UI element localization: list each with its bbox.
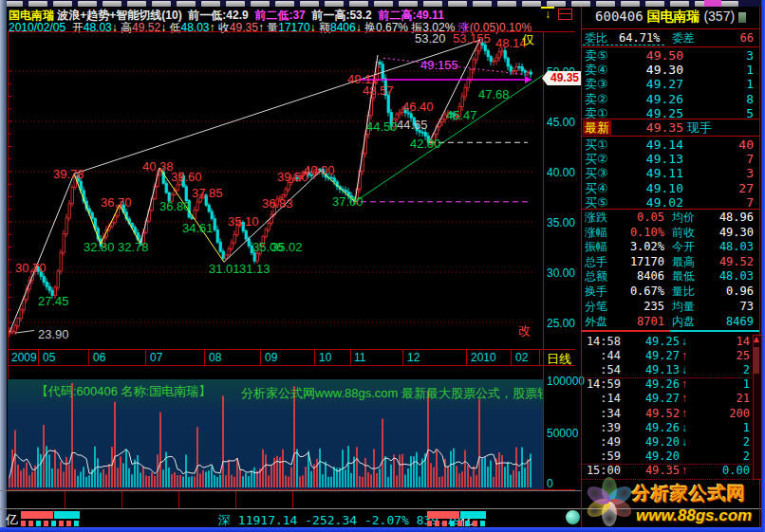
brand-logo-area[interactable]: 分析家公式网 www.88gs.com (581, 480, 759, 527)
month-label: 2009 (11, 351, 37, 364)
price-chart[interactable] (8, 31, 543, 349)
month-label: 11 (354, 351, 365, 364)
order-book-row[interactable]: 卖③49.271 (581, 77, 759, 91)
stat-value: 48.03 (704, 240, 754, 254)
tick-price: 49.52 (626, 407, 680, 421)
window-border-bottom (0, 527, 765, 532)
toolbar-button-cut (325, 1, 344, 7)
tick-time: :44 (583, 349, 621, 363)
market-breadth-right-mini-bar (450, 521, 455, 526)
month-separator (350, 349, 351, 365)
watermark-site: 分析家公式网www.88gs.com 最新最大股票公式，股票软件下 (241, 385, 543, 402)
market-breadth-right-mini-bar (442, 521, 447, 526)
order-level-label: 卖④ (585, 63, 608, 77)
stat-value: 235 (609, 300, 664, 314)
tick-price: 49.26 (626, 377, 680, 392)
wave-label: 53.20 (415, 31, 446, 46)
market-breadth-right-mini-bar (435, 521, 439, 526)
month-label: 09 (265, 351, 277, 364)
red-box-icon[interactable] (558, 9, 572, 20)
order-level-label: 卖⑤ (585, 48, 608, 63)
panel-header-icon[interactable] (738, 12, 746, 23)
tick-row: 14:5849.25↓14 (581, 335, 754, 349)
toolbar-button-cut (399, 1, 418, 7)
order-price: 49.11 (607, 166, 683, 180)
stat-row: 分笔235均量73 (581, 300, 759, 314)
toolbar-button-cut (621, 1, 640, 7)
toolbar-button-cut (251, 1, 270, 7)
down-arrow-icon[interactable]: ↓ (541, 7, 554, 22)
brand-url[interactable]: www.88gs.com (636, 506, 752, 525)
wave-label: 48.57 (363, 83, 394, 98)
order-book-row[interactable]: 卖④49.301 (581, 63, 759, 77)
market-breadth-left-mini-bar (51, 521, 56, 526)
latest-row: 最新 49.35 现手 (581, 120, 759, 135)
scrollbar[interactable] (753, 335, 762, 480)
volume-axis: 100000500000 (545, 375, 577, 488)
toolbar-accent-cut (704, 0, 721, 7)
tick-direction-icon: ↓ (681, 421, 687, 435)
tick-volume: 200 (693, 407, 750, 421)
toolbar-button-cut (4, 1, 23, 7)
month-separator (38, 349, 39, 365)
market-breadth-right-up-bar (427, 511, 459, 519)
stat-label: 总手 (585, 255, 607, 269)
tick-price: 49.27 (626, 349, 680, 363)
order-volume: 1 (683, 63, 754, 77)
scroll-up-icon[interactable] (754, 337, 759, 342)
stat-value: 49.52 (704, 255, 754, 269)
app-window: 国电南瑞 波浪+趋势+智能切线(10) 前一低:42.9 前二低:37 前一高:… (0, 0, 765, 532)
order-book-row[interactable]: 买④49.1027 (581, 181, 759, 195)
order-book-row[interactable]: 卖②49.268 (581, 92, 759, 106)
month-label: 06 (93, 351, 105, 364)
period-label[interactable]: 日线 (547, 351, 575, 368)
scroll-thumb[interactable] (754, 347, 759, 374)
month-separator (511, 349, 512, 365)
volume-chart[interactable]: 【代码:600406 名称:国电南瑞】 分析家公式网www.88gs.com 最… (8, 379, 543, 489)
tick-price: 49.25 (626, 335, 680, 349)
toolbar-button-cut (522, 1, 541, 7)
tick-row: :4949.20↓2 (581, 435, 754, 449)
stock-suffix: (357) (703, 9, 735, 24)
tick-direction-icon: ↓ (681, 335, 687, 349)
order-book-row[interactable]: 买⑤49.027 (581, 195, 759, 210)
tick-row: :3449.52↑200 (581, 407, 754, 421)
tick-direction-icon: ↑ (681, 349, 687, 363)
tick-price: 49.20 (626, 435, 680, 449)
order-level-label: 卖② (585, 92, 608, 106)
stat-value: 73 (704, 300, 754, 314)
order-level-label: 卖③ (585, 77, 608, 91)
wave-label: 27.45 (38, 294, 69, 308)
stat-value: 49.30 (704, 226, 754, 240)
wave-label: 31.01 (209, 262, 240, 276)
tick-row: :3949.26↓1 (581, 421, 754, 435)
order-book-row[interactable]: 买③49.113 (581, 166, 759, 180)
market-breadth-left-mini-bar (28, 521, 33, 526)
wave-label: 39.60 (171, 170, 202, 184)
tick-volume: 2 (693, 435, 750, 449)
tick-time: :39 (583, 421, 621, 435)
order-volume: 3 (683, 48, 754, 63)
month-separator (145, 349, 146, 365)
volume-indicator-row: VOL(6,6,6) 17170↓ MA1:17694.490↓ MA2:176… (9, 366, 541, 378)
toolbar-button-cut (28, 1, 47, 7)
waipan-neipan-row: 外盘 8701 内盘 8469 (581, 315, 759, 329)
order-volume: 27 (683, 181, 754, 195)
market-breadth-right-mini-bar (473, 521, 477, 526)
market-breadth-right-mini-bar (427, 521, 432, 526)
wave-label: 30.70 (15, 261, 47, 275)
order-book-row[interactable]: 买①49.1440 (581, 138, 759, 152)
tick-time: :59 (583, 449, 621, 464)
stat-row: 总手17170最高49.52 (581, 255, 759, 269)
order-level-label: 买① (585, 138, 608, 152)
status-circle-icon[interactable] (566, 510, 580, 524)
market-breadth-left-mini-bar (66, 521, 71, 526)
toolbar-button-cut (275, 1, 294, 7)
market-breadth-right-mini-bar (480, 521, 485, 526)
order-price: 49.27 (607, 77, 683, 91)
order-book-row[interactable]: 买②49.137 (581, 152, 759, 166)
tick-volume: 21 (693, 392, 750, 406)
wave-label: 45.47 (446, 108, 477, 122)
wave-label: 37.85 (192, 186, 223, 200)
order-book-row[interactable]: 卖⑤49.503 (581, 48, 759, 63)
